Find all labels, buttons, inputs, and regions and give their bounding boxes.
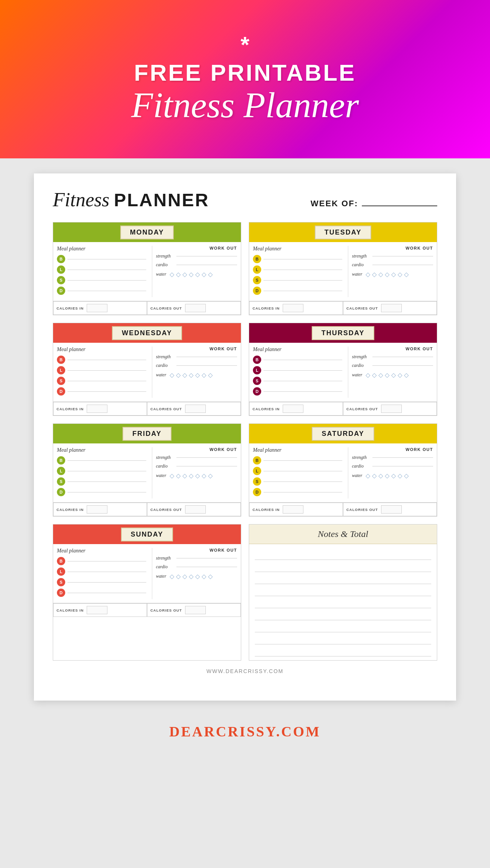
notes-lines	[249, 544, 437, 660]
title-script: Fitness	[53, 189, 109, 211]
day-name-sunday: SUNDAY	[131, 531, 163, 538]
water-drop-6: ◇	[202, 271, 206, 278]
cardio-label: cardio	[156, 262, 174, 268]
day-name-wednesday: WEDNESDAY	[122, 329, 172, 337]
meal-line-d	[67, 291, 146, 291]
strength-label: strength	[156, 253, 174, 259]
notes-line-6[interactable]	[255, 608, 431, 620]
cal-out-label: CALORIES OUT	[150, 306, 182, 310]
meal-item-s: S	[57, 276, 146, 284]
water-label: water	[156, 271, 166, 277]
day-badge-friday: FRIDAY	[122, 427, 171, 441]
notes-line-8[interactable]	[255, 632, 431, 644]
notes-line-3[interactable]	[255, 572, 431, 584]
calories-row-sunday: CALORIES IN CALORIES OUT	[53, 603, 241, 617]
workout-label-monday: WORK OUT	[156, 246, 237, 250]
day-card-wednesday: WEDNESDAY Meal planner B L S D WORK OUT …	[53, 323, 241, 416]
day-badge-sunday: SUNDAY	[121, 528, 173, 541]
water-drop-5: ◇	[195, 271, 200, 278]
meal-circle-s: S	[57, 276, 65, 284]
day-card-thursday: THURSDAY Meal planner B L S D WORK OUT s…	[249, 323, 437, 416]
calories-row-wednesday: CALORIES IN CALORIES OUT	[53, 402, 241, 416]
day-header-tuesday: TUESDAY	[249, 222, 437, 242]
day-name-friday: FRIDAY	[132, 430, 161, 437]
meal-circle-d: D	[57, 287, 65, 295]
day-badge-monday: MONDAY	[120, 225, 174, 239]
week-of-line	[362, 205, 437, 206]
calories-row-thursday: CALORIES IN CALORIES OUT	[249, 402, 437, 416]
day-card-saturday: SATURDAY Meal planner B L S D WORK OUT s…	[249, 423, 437, 517]
day-header-thursday: THURSDAY	[249, 323, 437, 343]
day-badge-tuesday: TUESDAY	[315, 225, 371, 239]
calories-row-saturday: CALORIES IN CALORIES OUT	[249, 502, 437, 516]
water-row-monday: water ◇ ◇ ◇ ◇ ◇ ◇ ◇	[156, 271, 237, 278]
day-name-thursday: THURSDAY	[322, 329, 364, 337]
header-banner: * FREE PRINTABLE Fitness Planner	[0, 0, 490, 158]
water-drop-4: ◇	[189, 271, 193, 278]
card-body-saturday: Meal planner B L S D WORK OUT strength c…	[249, 443, 437, 498]
calories-row-tuesday: CALORIES IN CALORIES OUT	[249, 301, 437, 315]
card-body-sunday: Meal planner B L S D WORK OUT strength c…	[53, 544, 241, 599]
day-card-monday: MONDAY Meal planner B L S	[53, 222, 241, 315]
day-badge-saturday: SATURDAY	[312, 427, 374, 441]
meal-circle-b: B	[57, 255, 65, 263]
day-card-friday: FRIDAY Meal planner B L S D WORK OUT str…	[53, 423, 241, 517]
notes-line-4[interactable]	[255, 584, 431, 596]
header-asterisk: *	[240, 34, 249, 56]
meal-line-b	[67, 259, 146, 259]
cal-in-box[interactable]	[87, 304, 107, 312]
day-badge-wednesday: WEDNESDAY	[112, 326, 182, 340]
day-header-sunday: SUNDAY	[53, 524, 241, 544]
meal-item-l: L	[57, 265, 146, 274]
week-of-label: WEEK OF:	[311, 199, 358, 209]
cal-out-box[interactable]	[185, 304, 206, 312]
planner-page: Fitness PLANNER WEEK OF: MONDAY Meal pla…	[34, 173, 456, 701]
notes-line-9[interactable]	[255, 644, 431, 656]
notes-header: Notes & Total	[249, 524, 437, 544]
card-body-monday: Meal planner B L S D	[53, 242, 241, 297]
meal-label-monday: Meal planner	[57, 246, 146, 252]
workout-strength-monday: strength	[156, 253, 237, 259]
card-body-thursday: Meal planner B L S D WORK OUT strength c…	[249, 343, 437, 398]
page-title: Fitness PLANNER	[53, 189, 209, 211]
header-fitness-planner-text: Fitness Planner	[131, 86, 359, 125]
day-header-monday: MONDAY	[53, 222, 241, 242]
meal-section-tuesday: Meal planner B L S D	[253, 246, 344, 297]
day-header-friday: FRIDAY	[53, 424, 241, 443]
notes-line-5[interactable]	[255, 596, 431, 608]
day-name-monday: MONDAY	[130, 229, 164, 236]
water-drop-1: ◇	[170, 271, 174, 278]
water-drop-2: ◇	[176, 271, 181, 278]
meal-section-monday: Meal planner B L S D	[57, 246, 148, 297]
days-grid: MONDAY Meal planner B L S	[53, 222, 437, 517]
card-body-tuesday: Meal planner B L S D WORK OUT strength c…	[249, 242, 437, 297]
cal-in-label: CALORIES IN	[57, 306, 84, 310]
page-header: Fitness PLANNER WEEK OF:	[53, 189, 437, 211]
card-body-friday: Meal planner B L S D WORK OUT strength c…	[53, 443, 241, 498]
footer-url: WWW.DEARCRISSY.COM	[53, 668, 437, 674]
day-card-tuesday: TUESDAY Meal planner B L S D WORK OUT st…	[249, 222, 437, 315]
notes-line-7[interactable]	[255, 620, 431, 632]
day-badge-thursday: THURSDAY	[312, 326, 374, 340]
cal-in-monday: CALORIES IN	[53, 301, 147, 315]
calories-row-monday: CALORIES IN CALORIES OUT	[53, 301, 241, 315]
workout-section-monday: WORK OUT strength cardio water ◇ ◇ ◇	[152, 246, 237, 297]
calories-row-friday: CALORIES IN CALORIES OUT	[53, 502, 241, 516]
meal-line-s	[67, 280, 146, 281]
card-body-wednesday: Meal planner B L S D WORK OUT strength c…	[53, 343, 241, 398]
notes-card: Notes & Total	[249, 524, 437, 661]
meal-line-l	[67, 270, 146, 270]
bottom-row: SUNDAY Meal planner B L S D WORK OUT str…	[53, 524, 437, 661]
notes-line-2[interactable]	[255, 560, 431, 572]
cal-out-monday: CALORIES OUT	[147, 301, 241, 315]
week-of-section: WEEK OF:	[311, 199, 437, 209]
water-drop-7: ◇	[208, 271, 213, 278]
notes-line-1[interactable]	[255, 548, 431, 560]
day-header-wednesday: WEDNESDAY	[53, 323, 241, 343]
meal-circle-l: L	[57, 265, 65, 274]
workout-section-tuesday: WORK OUT strength cardio water ◇◇◇◇◇◇◇	[348, 246, 433, 297]
title-block: PLANNER	[114, 190, 209, 210]
meal-item-b: B	[57, 255, 146, 263]
footer-brand: DEARCRISSY.COM	[0, 716, 490, 751]
header-free-printable-text: FREE PRINTABLE	[134, 60, 356, 86]
